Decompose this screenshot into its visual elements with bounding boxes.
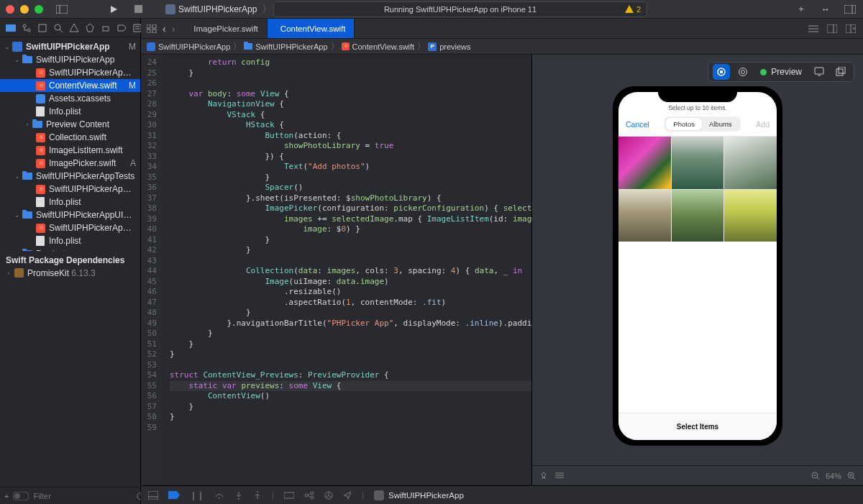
editor-tab[interactable]: ImagePicker.swift xyxy=(181,19,267,38)
zoom-window-icon[interactable] xyxy=(35,5,43,14)
picker-footer[interactable]: Select Items xyxy=(618,413,777,440)
library-icon[interactable] xyxy=(843,2,857,17)
simulate-location-icon[interactable] xyxy=(343,491,352,500)
code-content[interactable]: return config } var body: some View { Na… xyxy=(163,55,531,485)
photo-thumbnail[interactable] xyxy=(618,190,671,242)
file-row[interactable]: SwiftUIPHPickerAppA... xyxy=(0,66,140,79)
group-row[interactable]: ⌄SwiftUIPHPickerAppTests xyxy=(0,170,140,183)
filter-scope-icon[interactable] xyxy=(13,492,29,500)
device-settings-icon[interactable] xyxy=(811,64,828,80)
debug-process[interactable]: SwiftUIPHPickerApp xyxy=(374,490,464,500)
seg-albums[interactable]: Albums xyxy=(702,118,739,130)
preview-variants-icon[interactable] xyxy=(734,64,752,80)
pin-preview-icon[interactable] xyxy=(539,472,548,480)
jump-bar-crumb[interactable]: SwiftUIPHPickerApp xyxy=(244,42,327,51)
zoom-in-icon[interactable] xyxy=(847,472,856,480)
jump-bar-crumb[interactable]: Ppreviews xyxy=(428,42,470,51)
svg-marker-18 xyxy=(118,25,126,31)
file-row[interactable]: SwiftUIPHPickerAppUI... xyxy=(0,221,140,234)
zoom-level[interactable]: 64% xyxy=(826,472,841,480)
add-button[interactable]: Add xyxy=(756,120,770,129)
plus-icon[interactable]: ＋ xyxy=(794,2,808,17)
related-items-icon[interactable] xyxy=(147,24,157,33)
warning-badge[interactable]: 2 xyxy=(625,5,641,14)
jump-bar-crumb[interactable]: ContentView.swift xyxy=(342,42,415,51)
folder-icon xyxy=(244,43,252,50)
back-button[interactable]: ‹ xyxy=(163,23,166,35)
canvas-settings-icon[interactable] xyxy=(555,472,564,480)
find-navigator-icon[interactable] xyxy=(53,23,63,33)
svg-point-63 xyxy=(257,491,258,492)
zoom-out-icon[interactable] xyxy=(811,472,820,480)
svg-point-13 xyxy=(55,24,60,30)
file-row[interactable]: Info.plist xyxy=(0,196,140,209)
editor-options-icon[interactable] xyxy=(808,25,818,32)
folder-icon xyxy=(32,121,42,128)
sidebar-toggle-icon[interactable] xyxy=(55,2,69,17)
file-row[interactable]: Assets.xcassets xyxy=(0,92,140,105)
svg-rect-64 xyxy=(284,492,294,498)
step-into-icon[interactable] xyxy=(234,491,243,500)
memory-graph-icon[interactable] xyxy=(304,491,314,500)
add-editor-icon[interactable]: + xyxy=(846,24,856,33)
warning-icon xyxy=(625,5,634,13)
breakpoint-navigator-icon[interactable] xyxy=(117,23,127,33)
filter-input[interactable] xyxy=(33,492,132,500)
device-screen[interactable]: Select up to 10 items. Cancel Photos Alb… xyxy=(618,92,777,440)
test-navigator-icon[interactable] xyxy=(85,23,95,33)
seg-photos[interactable]: Photos xyxy=(666,118,702,130)
svg-rect-12 xyxy=(39,24,46,32)
breakpoints-toggle[interactable] xyxy=(168,491,180,499)
stop-button[interactable] xyxy=(131,2,145,17)
file-row[interactable]: ImageListItem.swift xyxy=(0,144,140,157)
svg-line-68 xyxy=(308,493,311,495)
jump-bar-crumb[interactable]: SwiftUIPHPickerApp xyxy=(147,42,230,51)
code-review-icon[interactable]: ↔ xyxy=(818,2,833,17)
preview-status[interactable]: Preview xyxy=(760,67,802,77)
photo-thumbnail[interactable] xyxy=(724,137,777,189)
continue-icon[interactable]: ❙❙ xyxy=(190,490,204,500)
step-out-icon[interactable] xyxy=(253,491,262,500)
project-navigator-icon[interactable] xyxy=(6,23,16,33)
file-row[interactable]: SwiftUIPHPickerAppTe... xyxy=(0,183,140,196)
svg-marker-15 xyxy=(70,24,78,32)
file-row[interactable]: ›Preview Content xyxy=(0,118,140,131)
package-row[interactable]: › PromiseKit 6.13.3 xyxy=(0,267,140,280)
code-editor[interactable]: 24 25 26 27 28 29 30 31 32 33 34 35 36 3… xyxy=(141,55,532,485)
file-row[interactable]: ContentView.swiftM xyxy=(0,79,140,92)
project-root[interactable]: ⌄SwiftUIPHPickerAppM xyxy=(0,40,140,53)
duplicate-preview-icon[interactable] xyxy=(832,64,849,80)
live-preview-button[interactable] xyxy=(713,64,730,80)
editor-tab[interactable]: ContentView.swift xyxy=(268,19,355,38)
symbol-navigator-icon[interactable] xyxy=(37,23,47,33)
forward-button[interactable]: › xyxy=(172,23,175,35)
debug-view-icon[interactable] xyxy=(284,491,294,500)
close-window-icon[interactable] xyxy=(6,5,14,14)
photo-thumbnail[interactable] xyxy=(672,190,724,242)
activity-status[interactable]: Running SwiftUIPHPickerApp on iPhone 11 … xyxy=(273,1,647,17)
environment-overrides-icon[interactable] xyxy=(324,491,333,500)
source-control-navigator-icon[interactable] xyxy=(22,23,32,33)
photo-thumbnail[interactable] xyxy=(672,137,724,189)
group-row[interactable]: ⌄SwiftUIPHPickerApp xyxy=(0,53,140,66)
file-row[interactable]: Info.plist xyxy=(0,234,140,247)
hide-debug-icon[interactable] xyxy=(148,491,158,500)
debug-navigator-icon[interactable] xyxy=(101,23,111,33)
svg-point-23 xyxy=(14,493,20,499)
adjust-editor-icon[interactable] xyxy=(827,24,837,33)
group-row[interactable]: ⌄SwiftUIPHPickerAppUITe... xyxy=(0,209,140,221)
segmented-control[interactable]: Photos Albums xyxy=(665,116,740,132)
svg-point-11 xyxy=(27,29,30,32)
step-over-icon[interactable] xyxy=(214,491,224,500)
minimize-window-icon[interactable] xyxy=(20,5,29,14)
add-icon[interactable]: + xyxy=(4,492,9,500)
file-row[interactable]: Info.plist xyxy=(0,105,140,118)
run-button[interactable] xyxy=(106,2,121,17)
file-row[interactable]: Collection.swift xyxy=(0,131,140,144)
photo-thumbnail[interactable] xyxy=(618,137,671,189)
jump-bar[interactable]: SwiftUIPHPickerApp〉SwiftUIPHPickerApp〉Co… xyxy=(141,39,863,55)
issue-navigator-icon[interactable] xyxy=(69,23,79,33)
file-row[interactable]: ImagePicker.swiftA xyxy=(0,157,140,170)
cancel-button[interactable]: Cancel xyxy=(626,120,649,129)
photo-thumbnail[interactable] xyxy=(724,190,777,242)
